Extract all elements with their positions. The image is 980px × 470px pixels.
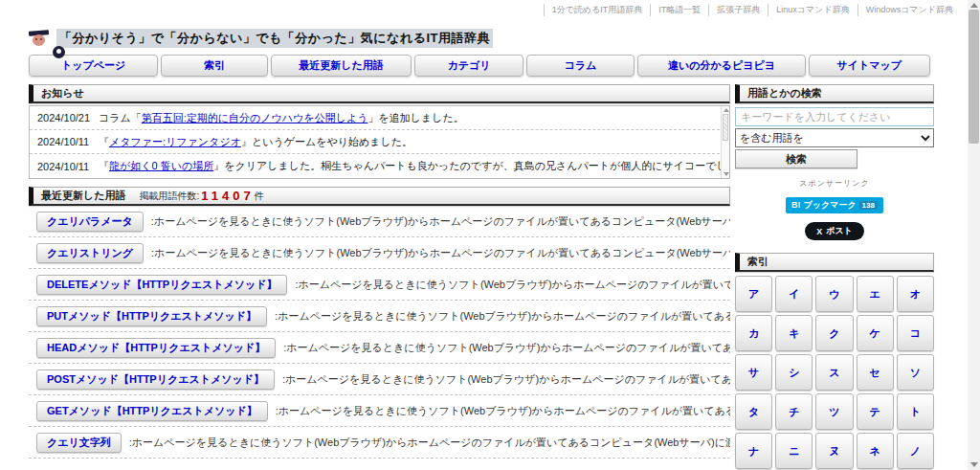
news-link[interactable]: 龍が如く0 誓いの場所 [109, 160, 213, 171]
bookmark-row: B! ブックマーク 138 [735, 194, 934, 213]
kana-index-button[interactable]: オ [897, 276, 934, 312]
top-utility-link[interactable]: Windowsコマンド辞典 [858, 4, 961, 16]
mascot-icon [29, 30, 50, 47]
search-button[interactable]: 検索 [735, 149, 858, 168]
recent-title: 最近更新した用語 [41, 189, 126, 203]
term-description: :ホームページを見るときに使うソフト(Webブラウザ)からホームページのファイル… [275, 309, 730, 324]
kana-index-button[interactable]: シ [775, 354, 813, 391]
term-list: クエリパラメータ :ホームページを見るときに使うソフト(Webブラウザ)からホー… [29, 206, 730, 470]
news-text: 『メタファー:リファンタジオ』というゲームをやり始めました。 [99, 135, 412, 149]
kana-index-button[interactable]: セ [857, 354, 894, 391]
news-scrollbar[interactable] [721, 106, 729, 178]
term-row: HEADメソッド【HTTPリクエストメソッド】 :ホームページを見るときに使うソ… [29, 332, 730, 364]
kana-index-button[interactable]: ヌ [815, 433, 853, 469]
top-utility-link[interactable]: 拡張子辞典 [708, 4, 768, 16]
scrollbar-thumb[interactable] [969, 10, 979, 144]
hatena-bookmark-button[interactable]: B! ブックマーク 138 [786, 197, 883, 213]
search-mode-select[interactable]: を含む用語を [735, 128, 934, 147]
term-link-button[interactable]: PUTメソッド【HTTPリクエストメソッド】 [36, 306, 267, 326]
recent-section-header: 最近更新した用語 掲載用語件数: 11407 件 [29, 187, 730, 206]
index-section-header: 索引 [735, 253, 934, 272]
sidebar: 用語とかの検索 を含む用語を 検索 スポンサーリンク B! ブックマーク 138… [735, 84, 934, 470]
tab-recent-terms[interactable]: 最近更新した用語 [271, 55, 412, 77]
news-item: 2024/10/21 コラム「第百五回:定期的に自分のノウハウを公開しよう」を追… [30, 106, 729, 130]
term-link-button[interactable]: クエリ文字列 [36, 433, 122, 453]
term-link-button[interactable]: POSTメソッド【HTTPリクエストメソッド】 [36, 369, 275, 390]
kana-index-button[interactable]: ナ [735, 433, 772, 469]
term-description: :ホームページを見るときに使うソフト(Webブラウザ)からホームページのファイル… [129, 436, 730, 450]
scroll-up-icon[interactable] [970, 3, 978, 8]
x-icon: X [816, 227, 822, 236]
kana-index-button[interactable]: イ [775, 276, 813, 312]
term-link-button[interactable]: DELETEメソッド【HTTPリクエストメソッド】 [36, 275, 287, 295]
kana-index-button[interactable]: ツ [815, 393, 853, 430]
kana-index-button[interactable]: ク [815, 315, 853, 351]
x-post-button[interactable]: X ポスト [805, 222, 864, 240]
term-row: クエリストリング :ホームページを見るときに使うソフト(Webブラウザ)からホー… [29, 237, 730, 269]
kana-index-grid: ア イ ウ エ オ カ キ ク ケ コ サ シ ス セ ソ タ [735, 276, 934, 470]
news-text: コラム「第百五回:定期的に自分のノウハウを公開しよう」を追加しました。 [99, 111, 464, 125]
kana-index-button[interactable]: ケ [857, 315, 894, 351]
term-link-button[interactable]: GETメソッド【HTTPリクエストメソッド】 [36, 401, 268, 421]
tab-piyopiyo[interactable]: 違いの分かるピヨピヨ [637, 55, 805, 77]
term-count-value: 11407 [201, 189, 254, 203]
index-title: 索引 [747, 255, 768, 269]
kana-index-button[interactable]: ト [897, 393, 934, 430]
term-row: クエリ文字列 :ホームページを見るときに使うソフト(Webブラウザ)からホームペ… [29, 427, 730, 459]
kana-index-button[interactable]: エ [857, 276, 894, 312]
kana-index-button[interactable]: ス [815, 354, 853, 391]
page-scrollbar[interactable] [968, 0, 980, 470]
kana-index-button[interactable]: タ [735, 393, 772, 430]
news-title: お知らせ [41, 86, 84, 101]
news-date: 2024/10/21 [37, 112, 99, 123]
news-link[interactable]: 第百五回:定期的に自分のノウハウを公開しよう [142, 112, 368, 123]
news-date: 2024/10/11 [37, 136, 99, 147]
post-row: X ポスト [735, 221, 934, 241]
term-description: :ホームページを見るときに使うソフト(Webブラウザ)からホームページのファイル… [295, 278, 730, 292]
main-content: お知らせ 2024/10/21 コラム「第百五回:定期的に自分のノウハウを公開し… [29, 84, 730, 470]
term-link-button[interactable]: クエリパラメータ [36, 212, 144, 232]
top-utility-link[interactable]: IT略語一覧 [650, 4, 708, 16]
tab-top-page[interactable]: トップページ [29, 55, 158, 77]
search-input[interactable] [735, 107, 934, 126]
term-link-button[interactable]: HEADメソッド【HTTPリクエストメソッド】 [36, 338, 276, 358]
kana-index-button[interactable]: ソ [897, 354, 934, 391]
term-link-button[interactable]: クエリストリング [36, 243, 144, 263]
hatena-bookmark-label: ブックマーク [804, 199, 857, 212]
kana-index-button[interactable]: キ [775, 315, 813, 351]
search-title: 用語とかの検索 [747, 86, 822, 101]
tab-column[interactable]: コラム [526, 55, 635, 77]
kana-index-button[interactable]: コ [897, 315, 934, 351]
kana-index-button[interactable]: サ [735, 354, 772, 391]
news-item: 2024/10/11 『龍が如く0 誓いの場所』をクリアしました。桐生ちゃんパー… [30, 154, 729, 178]
top-utility-nav: 1分で読めるIT用語辞典IT略語一覧拡張子辞典Linuxコマンド辞典Window… [544, 4, 961, 16]
search-section-header: 用語とかの検索 [735, 84, 934, 103]
news-link[interactable]: メタファー:リファンタジオ [109, 136, 241, 147]
news-text-pre: 『 [99, 160, 109, 171]
term-row: PUTメソッド【HTTPリクエストメソッド】 :ホームページを見るときに使うソフ… [29, 301, 730, 332]
tab-index[interactable]: 索引 [161, 55, 268, 77]
term-row: GETメソッド【HTTPリクエストメソッド】 :ホームページを見るときに使うソフ… [29, 395, 730, 427]
kana-index-button[interactable]: ウ [815, 276, 853, 312]
kana-index-button[interactable]: ニ [775, 433, 813, 469]
top-utility-link[interactable]: 1分で読めるIT用語辞典 [544, 4, 651, 16]
term-description: :ホームページを見るときに使うソフト(Webブラウザ)からホームページのファイル… [283, 341, 730, 355]
kana-index-button[interactable]: ア [735, 276, 772, 312]
news-text-post: 』というゲームをやり始めました。 [241, 136, 412, 147]
scroll-down-icon[interactable] [970, 462, 978, 467]
kana-index-button[interactable]: チ [775, 393, 813, 430]
tab-category[interactable]: カテゴリ [414, 55, 523, 77]
news-scrollbar-thumb[interactable] [723, 114, 728, 141]
news-text-pre: コラム「 [99, 112, 142, 123]
kana-index-button[interactable]: テ [857, 393, 894, 430]
term-description: :ホームページを見るときに使うソフト(Webブラウザ)からホームページのファイル… [151, 246, 730, 260]
mascot-face-icon [33, 34, 45, 46]
news-scroll-up-icon[interactable] [724, 108, 729, 112]
news-scroll-down-icon[interactable] [724, 172, 729, 176]
term-description: :ホームページを見るときに使うソフト(Webブラウザ)からホームページのファイル… [151, 214, 730, 229]
top-utility-link[interactable]: Linuxコマンド辞典 [768, 4, 857, 16]
kana-index-button[interactable]: カ [735, 315, 772, 351]
tab-sitemap[interactable]: サイトマップ [809, 55, 930, 77]
kana-index-button[interactable]: ノ [897, 433, 934, 469]
kana-index-button[interactable]: ネ [857, 433, 894, 469]
